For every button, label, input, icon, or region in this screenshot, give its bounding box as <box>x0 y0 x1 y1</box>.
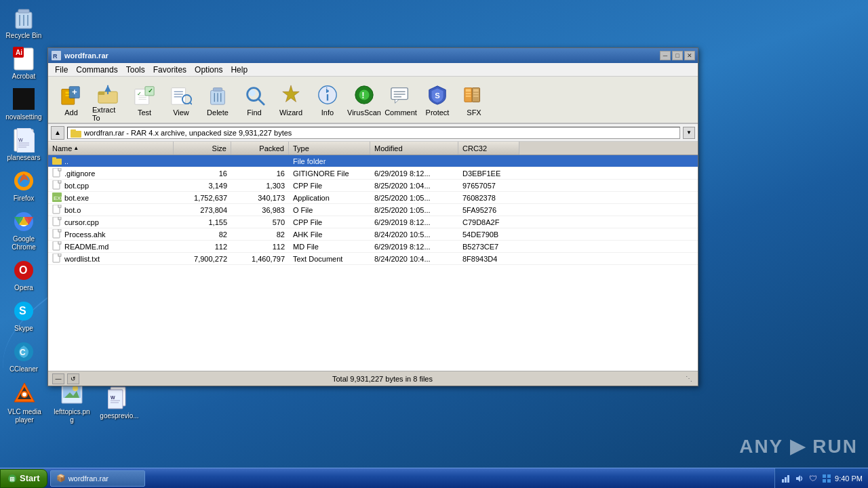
toolbar-add-button[interactable]: + Add <box>54 79 89 120</box>
column-crc32[interactable]: CRC32 <box>458 142 519 155</box>
toolbar-extract-button[interactable]: Extract To <box>90 79 125 120</box>
file-type: CPP File <box>289 218 370 227</box>
start-button[interactable]: ⊞ Start <box>0 469 47 488</box>
tray-icon-network[interactable] <box>781 473 791 484</box>
file-row[interactable]: cursor.cpp 1,155 570 CPP File 6/29/2019 … <box>48 216 698 228</box>
tray-icon-security[interactable]: 🛡 <box>808 473 818 484</box>
file-row[interactable]: .. File folder <box>48 155 698 167</box>
toolbar-comment-button[interactable]: Comment <box>383 79 418 120</box>
desktop-icon-planesears[interactable]: W planesears <box>3 125 45 165</box>
svg-text:W: W <box>18 138 23 142</box>
status-text: Total 9,931,227 bytes in 8 files <box>82 375 683 383</box>
file-packed: 16 <box>231 169 289 178</box>
delete-label: Delete <box>207 108 229 117</box>
desktop-icon-novalsetting[interactable]: novalsetting <box>3 85 45 124</box>
file-name: Process.ahk <box>48 228 174 241</box>
file-size: 273,804 <box>174 205 231 215</box>
desktop-icon-skype[interactable]: S Skype <box>3 296 45 336</box>
desktop-icon-goesprevio[interactable]: W goesprevio... <box>98 384 140 423</box>
menu-options[interactable]: Options <box>191 64 226 76</box>
file-size: 82 <box>174 230 231 239</box>
desktop-icon-acrobat[interactable]: Ai Acrobat <box>3 44 45 83</box>
address-input[interactable]: wordfran.rar - RAR 4.x archive, unpacked… <box>67 127 680 139</box>
menu-tools[interactable]: Tools <box>122 64 149 76</box>
desktop-icon-ccleaner[interactable]: C CCleaner <box>3 337 45 376</box>
add-icon: + <box>59 83 83 107</box>
close-button[interactable]: ✕ <box>684 51 695 60</box>
file-icon <box>52 253 62 264</box>
status-icon-1[interactable]: — <box>52 373 64 384</box>
toolbar-info-button[interactable]: i Info <box>310 79 345 120</box>
tray-icon-volume[interactable] <box>794 473 805 484</box>
file-row[interactable]: bot.cpp 3,149 1,303 CPP File 8/25/2020 1… <box>48 180 698 192</box>
file-row[interactable]: bot.o 273,804 36,983 O File 8/25/2020 1:… <box>48 204 698 216</box>
column-size[interactable]: Size <box>174 142 231 155</box>
file-size: 3,149 <box>174 181 231 190</box>
column-packed[interactable]: Packed <box>231 142 289 155</box>
svg-line-67 <box>258 99 264 104</box>
toolbar-protect-button[interactable]: S Protect <box>420 79 455 120</box>
toolbar-view-button[interactable]: View <box>163 79 199 120</box>
start-icon: ⊞ <box>7 474 17 483</box>
svg-rect-86 <box>466 96 471 97</box>
nav-up-button[interactable]: ▲ <box>51 126 64 140</box>
file-row[interactable]: README.md 112 112 MD File 6/29/2019 8:12… <box>48 241 698 253</box>
file-crc32: B5273CE7 <box>458 242 519 251</box>
file-size: 1,155 <box>174 218 231 227</box>
file-icon: EXE <box>52 192 62 203</box>
desktop-icon-vlc[interactable]: VLC media player <box>3 380 45 427</box>
svg-text:✓: ✓ <box>148 87 153 94</box>
toolbar-delete-button[interactable]: Delete <box>200 79 235 120</box>
resize-handle[interactable]: ⋱ <box>686 375 694 383</box>
svg-marker-69 <box>283 85 299 102</box>
winrar-title-bar[interactable]: R wordfran.rar ─ □ ✕ <box>48 48 698 63</box>
desktop-icon-lefttopics[interactable]: lefttopics.png <box>51 380 93 427</box>
desktop-icon-firefox[interactable]: Firefox <box>3 166 45 205</box>
tray-icon-windows[interactable] <box>821 473 832 484</box>
column-modified[interactable]: Modified <box>370 142 458 155</box>
toolbar-wizard-button[interactable]: Wizard <box>273 79 309 120</box>
file-packed: 1,303 <box>231 181 289 190</box>
taskbar-winrar-item[interactable]: 📦 wordfran.rar <box>50 470 145 487</box>
file-modified: 6/29/2019 8:12... <box>370 242 458 251</box>
svg-rect-100 <box>58 180 61 183</box>
desktop-icon-recycle-bin[interactable]: Recycle Bin <box>3 3 45 43</box>
address-dropdown-button[interactable]: ▼ <box>683 127 695 139</box>
file-crc32: D3EBF1EE <box>458 169 519 178</box>
file-row[interactable]: .gitignore 16 16 GITIGNORE File 6/29/201… <box>48 167 698 180</box>
toolbar-sfx-button[interactable]: SFX <box>456 79 492 120</box>
comment-icon <box>389 83 413 107</box>
recycle-bin-icon <box>12 6 36 30</box>
svg-rect-111 <box>58 229 61 232</box>
file-icon <box>52 229 62 240</box>
svg-text:W: W <box>111 395 115 400</box>
file-row[interactable]: wordlist.txt 7,900,272 1,460,797 Text Do… <box>48 253 698 265</box>
toolbar-test-button[interactable]: ✓ ✓ Test <box>127 79 162 120</box>
desktop-icon-google-chrome[interactable]: Google Chrome <box>3 207 45 254</box>
column-name[interactable]: Name ▲ <box>48 142 174 155</box>
menu-favorites[interactable]: Favorites <box>149 64 191 76</box>
file-name: EXE bot.exe <box>48 192 174 204</box>
column-type[interactable]: Type <box>289 142 370 155</box>
menu-file[interactable]: File <box>51 64 72 76</box>
file-name: bot.cpp <box>48 180 174 192</box>
file-packed: 36,983 <box>231 205 289 215</box>
virusscan-label: VirusScan <box>347 108 381 117</box>
file-row[interactable]: EXE bot.exe 1,752,637 340,173 Applicatio… <box>48 192 698 204</box>
menu-help[interactable]: Help <box>226 64 252 76</box>
svg-text:+: + <box>72 87 77 97</box>
svg-rect-125 <box>827 474 831 478</box>
svg-rect-97 <box>58 168 61 171</box>
status-icon-2[interactable]: ↺ <box>67 373 79 384</box>
toolbar-virusscan-button[interactable]: ! VirusScan <box>347 79 382 120</box>
maximize-button[interactable]: □ <box>672 51 683 60</box>
menu-commands[interactable]: Commands <box>72 64 121 76</box>
opera-icon: O <box>12 258 36 283</box>
toolbar-find-button[interactable]: Find <box>237 79 272 120</box>
file-icon <box>52 168 62 179</box>
network-icon <box>781 474 791 483</box>
desktop-icon-opera[interactable]: O Opera <box>3 256 45 295</box>
file-row[interactable]: Process.ahk 82 82 AHK File 8/24/2020 10:… <box>48 228 698 241</box>
file-packed: 1,460,797 <box>231 254 289 264</box>
minimize-button[interactable]: ─ <box>660 51 671 60</box>
